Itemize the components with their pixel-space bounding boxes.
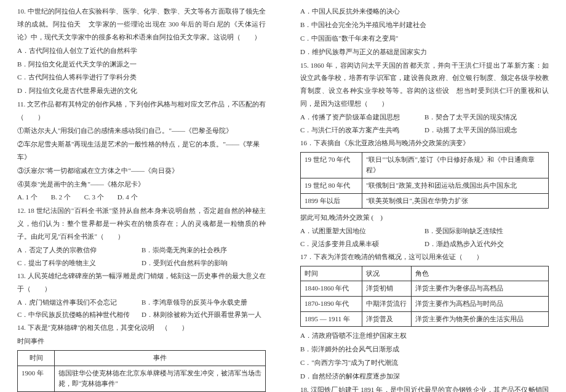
q16-table: 19 世纪 70 年代 "联日""以东制西",签订《中日修好条规》和《中日通商章…: [300, 152, 549, 209]
q17-th-role: 角色: [412, 266, 549, 281]
q12-choice-d: D．受到近代自然科学的影响: [142, 257, 266, 270]
q14-table: 时间 事件 1900 年 德国驻华公使克林德在北京东单牌楼与清军发生冲突，被清军…: [17, 350, 266, 392]
q11-stem: 11. 文艺作品都有其特定的创作风格，下列创作风格与相对应文艺作品，不匹配的有（…: [17, 98, 266, 124]
table-row: 1900 年 德国驻华公使克林德在北京东单牌楼与清军发生冲突，被清军当场击毙，即…: [18, 366, 266, 391]
q13-choice-a: A．虎门销烟这件事我们不会忘记: [17, 296, 142, 309]
q17-r1-c2: 洋货初销: [362, 281, 412, 297]
q12-choice-c: C．提出了科学的唯物主义: [17, 257, 142, 270]
q16-stem: 16．下表摘自《东北亚政治格局与晚清外交政策的演变》: [300, 137, 549, 150]
q16-r3-content: "联美英制俄日",美国在华势力扩张: [362, 193, 549, 209]
q17-table: 时间 状况 角色 1840-1860 年代 洋货初销 洋货主要作为奢侈品与高档品…: [300, 266, 549, 327]
q14-pre: 时间事件: [17, 335, 266, 348]
q10-choice-a: A．古代阿拉伯人创立了近代的自然科学: [17, 44, 266, 57]
q17-choice-c: C．"向西方学习"成为了时代潮流: [300, 356, 549, 369]
q17-stem: 17．下表为洋货在晚清的销售概况，这可以用来佐证（ ）: [300, 250, 549, 263]
q13-choice-d: D．林则徐被称为近代开眼看世界第一人: [142, 308, 266, 321]
q17-choice-b: B．崇洋媚外的社会风气日渐形成: [300, 343, 549, 356]
q15-choice-a: A．传播了资产阶级革命建国思想: [300, 111, 424, 124]
table-row: 1895 — 1911 年 洋货普及 洋货主要作为物美价廉的生活实用品: [301, 311, 549, 327]
q12-stem: 12. 18 世纪法国的"百科全书派"坚持从自然本身来说明自然，否定超自然的神秘…: [17, 204, 266, 243]
table-row: 1899 年以后 "联美英制俄日",美国在华势力扩张: [301, 193, 549, 209]
q14-choice-a: A．中国人民反抗外来侵略的决心: [300, 5, 549, 18]
q17-r2-c3: 洋货主要作为高档品与时尚品: [412, 296, 549, 311]
q16-r2-time: 19 世纪 80 年代: [301, 178, 362, 193]
q17-th-status: 状况: [362, 266, 412, 281]
q13-choice-b: B．李鸿章领导的反英斗争永载史册: [142, 296, 266, 309]
q16-post: 据此可知,晚清外交政策 ( ): [300, 211, 549, 224]
left-column: 10. 中世纪的阿拉伯人在实验科学、医学、化学、数学、天文等各方面取得了领先全球…: [0, 5, 283, 387]
q16-r3-time: 1899 年以后: [301, 193, 362, 209]
q16-r1-time: 19 世纪 70 年代: [301, 152, 362, 178]
q16-choice-c: C．灵活多变并且成果丰硕: [300, 238, 424, 250]
q10-choice-c: C．古代阿拉伯人将科学进行了学科分类: [17, 71, 266, 84]
q16-r1-content: "联日""以东制西",签订《中日修好条规》和《中日通商章程》: [362, 152, 549, 178]
q15-stem: 15. 1860 年，容闳访问太平天国的首都天京，并向干王洪仁玕提出了革新方案：…: [300, 59, 549, 111]
q16-choice-a: A．试图重塑大国地位: [300, 225, 424, 238]
q14-r1-time: 1900 年: [18, 366, 55, 391]
q17-r2-c1: 1870-1890 年代: [301, 296, 362, 311]
q17-r2-c2: 中期洋货流行: [362, 296, 412, 311]
q18-stem: 18. 汉阳铁厂始建于 1891 年，是中国近代最早的官办钢铁企业，其产品不仅畅…: [300, 383, 549, 392]
q15-choice-d: D．动摇了太平天国的陈旧观念: [424, 124, 549, 137]
q17-choice-d: D．自然经济的解体程度逐步加深: [300, 370, 549, 383]
q15-choice-c: C．与洪仁玕的改革方案产生共鸣: [300, 124, 424, 137]
q17-choice-a: A．清政府昏聩不注意维护国家主权: [300, 329, 549, 342]
q11-item-2: ②车尔尼雪夫斯基"再现生活是艺术的一般性格的特点，是它的本质。"——《苹果车》: [17, 138, 266, 164]
q13-stem: 13. 人民英雄纪念碑碑座的第一幅浮雕是虎门销烟，铭刻这一历史事件的最大意义在于…: [17, 270, 266, 295]
q17-th-time: 时间: [301, 266, 362, 281]
q14-stem: 14. 下表是"克林德碑"的相关信息，其变化说明 （ ）: [17, 321, 266, 334]
q11-choices: A. 1 个 B. 2 个 C. 3 个 D. 4 个: [17, 191, 266, 204]
q11-item-1: ①斯达尔夫人"用我们自己的感情来感动我们自己。"——《巴黎圣母院》: [17, 124, 266, 137]
q17-r1-c1: 1840-1860 年代: [301, 281, 362, 297]
q13-choice-c: C．中华民族反抗侵略的精神世代相传: [17, 308, 142, 321]
q14-r1-event: 德国驻华公使克林德在北京东单牌楼与清军发生冲突，被清军当场击毙，即"克林德事件": [55, 366, 266, 391]
q15-choice-b: B．契合了太平天国的现实情况: [424, 111, 549, 124]
q16-r2-content: "联俄制日"政策,支持和团运动后,俄国出兵中国东北: [362, 178, 549, 193]
q16-choice-b: B．受国际影响缺乏连续性: [424, 225, 549, 238]
table-row: 1870-1890 年代 中期洋货流行 洋货主要作为高档品与时尚品: [301, 296, 549, 311]
q11-item-4: ④莫奈"光是画中的主角"——《格尔尼卡》: [17, 178, 266, 191]
q10-choice-b: B．阿拉伯文化是近代天文学的渊源之一: [17, 58, 266, 71]
table-row: 19 世纪 80 年代 "联俄制日"政策,支持和团运动后,俄国出兵中国东北: [301, 178, 549, 193]
q16-choice-d: D．渐趋成熟步入近代外交: [424, 238, 549, 250]
q12-choice-a: A．否定了人类的宗教信仰: [17, 244, 142, 257]
q17-r1-c3: 洋货主要作为奢侈品与高档品: [412, 281, 549, 297]
table-row: 19 世纪 70 年代 "联日""以东制西",签订《中日修好条规》和《中日通商章…: [301, 152, 549, 178]
q17-r3-c3: 洋货主要作为物美价廉的生活实用品: [412, 311, 549, 327]
q10-choice-d: D．阿拉伯文化是古代世界最先进的文化: [17, 84, 266, 97]
q12-choice-b: B．崇尚毫无拘束的社会秩序: [142, 244, 266, 257]
q17-r3-c2: 洋货普及: [362, 311, 412, 327]
q14-choice-b: B．中国社会完全沦为半殖民地半封建社会: [300, 18, 549, 31]
q11-item-3: ③沃塞尔"将一切都缩减在立方体之中"——《向日葵》: [17, 164, 266, 177]
q14-choice-d: D．维护民族尊严与正义的基础是国家实力: [300, 46, 549, 58]
q14-th-time: 时间: [18, 351, 55, 366]
q14-choice-c: C．中国面临"数千年未有之变局": [300, 32, 549, 45]
q10-stem: 10. 中世纪的阿拉伯人在实验科学、医学、化学、数学、天文等各方面取得了领先全球…: [17, 5, 266, 44]
q14-th-event: 事件: [55, 351, 266, 366]
table-row: 1840-1860 年代 洋货初销 洋货主要作为奢侈品与高档品: [301, 281, 549, 297]
q17-r3-c1: 1895 — 1911 年: [301, 311, 362, 327]
right-column: A．中国人民反抗外来侵略的决心 B．中国社会完全沦为半殖民地半封建社会 C．中国…: [283, 5, 566, 387]
